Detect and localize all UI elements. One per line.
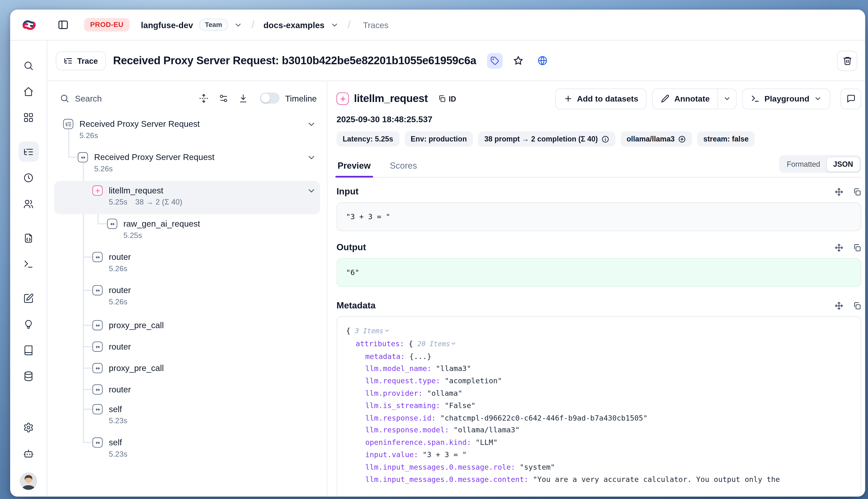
tree-search-input[interactable] [75,93,131,103]
span-icon [93,404,102,414]
chevron-down-icon[interactable] [307,186,316,196]
input-section-header: Input [337,186,861,197]
organization-name[interactable]: langfuse-dev [141,20,193,29]
rail-item-prompts[interactable] [18,228,38,248]
info-icon[interactable] [601,135,609,143]
tree-node-litellm-request-selected[interactable]: litellm_request 5.25s38 → 2 (Σ 40) [54,181,320,214]
json-line[interactable]: attributes: { 20 Items [346,338,852,350]
timeline-label: Timeline [285,93,317,103]
project-name[interactable]: docs-examples [264,20,325,29]
bookmark-button[interactable] [510,52,527,69]
tab-scores[interactable]: Scores [389,157,418,177]
playground-button[interactable]: Playground [743,88,830,109]
download-button[interactable] [235,90,252,107]
tree-node-title: Received Proxy Server Request [94,151,302,163]
rail-item-support[interactable] [18,443,38,463]
tree-node-title: proxy_pre_call [109,319,320,331]
observation-timestamp: 2025-09-30 18:48:25.537 [337,114,861,124]
rail-item-home[interactable] [18,81,38,101]
rail-item-playground[interactable] [18,254,38,274]
json-line[interactable]: { 3 Items [346,325,852,337]
tree-node-title: self [109,437,320,448]
tree-search [60,93,193,103]
json-line[interactable]: metadata: {...} [346,350,852,363]
model-badge[interactable]: ollama/llama3 [621,131,692,147]
json-line: llm.model_name: "llama3" [346,363,852,375]
rail-item-datasets[interactable] [18,366,38,386]
chevron-down-icon[interactable] [307,120,316,129]
input-value-box: "3 + 3 = " [337,202,861,231]
tree-node-router[interactable]: router [54,378,320,400]
breadcrumb-separator: / [347,19,351,31]
move-icon[interactable] [835,301,843,310]
rail-item-evaluation[interactable] [18,288,38,308]
tree-settings-button[interactable] [215,90,232,107]
span-icon [93,320,102,330]
user-avatar[interactable] [20,472,37,490]
breadcrumb-traces-link[interactable]: Traces [363,20,389,29]
format-option-formatted[interactable]: Formatted [780,157,826,171]
move-icon[interactable] [835,187,843,196]
tree-node-title: router [109,341,320,352]
rail-item-tracing[interactable] [18,142,38,162]
copy-icon[interactable] [853,301,861,310]
tree-node-span[interactable]: Received Proxy Server Request 5.26s [54,148,320,181]
tree-node-self[interactable]: self 5.23s [54,433,320,466]
chevron-down-icon[interactable] [307,153,316,162]
tree-node-router[interactable]: router 5.26s [54,247,320,281]
expand-collapse-all-button[interactable] [196,90,212,107]
rail-item-annotation[interactable] [18,340,38,360]
timeline-toggle[interactable] [260,93,280,104]
span-icon [78,152,88,162]
tags-button[interactable] [487,53,503,69]
move-icon[interactable] [835,243,843,252]
rail-item-insights[interactable] [18,314,38,334]
copy-icon[interactable] [853,187,861,196]
search-icon [60,93,69,103]
tree-node-router[interactable]: router [54,336,320,357]
rail-item-sessions[interactable] [18,168,38,188]
tree-node-proxy-pre-call[interactable]: proxy_pre_call [54,314,320,336]
format-option-json[interactable]: JSON [827,156,860,172]
add-to-datasets-button[interactable]: Add to datasets [555,88,647,109]
annotate-dropdown-button[interactable] [718,88,737,109]
detail-header: litellm_request ID Add to datasets [337,87,861,110]
gear-icon [23,422,34,433]
chevron-down-icon[interactable] [451,340,457,347]
sidebar-toggle-button[interactable] [56,17,71,32]
comments-button[interactable] [840,88,861,109]
stage: PROD-EU langfuse-dev Team / docs-example… [0,0,868,499]
tab-preview[interactable]: Preview [337,157,372,177]
chevron-down-icon[interactable] [384,327,390,334]
json-line: llm.response.id: "chatcmpl-d96622c0-c642… [346,412,852,424]
delete-trace-button[interactable] [837,50,857,71]
copy-id-button[interactable]: ID [438,94,456,103]
copy-icon[interactable] [853,243,861,252]
chevron-down-icon[interactable] [234,21,242,29]
trace-type-badge: Trace [56,51,106,70]
rail-item-dashboards[interactable] [18,107,38,127]
trace-tree-icon [63,119,73,129]
tree-node-self[interactable]: self 5.23s [54,400,320,433]
tree-node-duration: 5.23s [109,415,320,427]
tree-node-raw-gen-ai-request[interactable]: raw_gen_ai_request 5.25s [54,214,320,247]
chevron-down-icon [723,95,731,103]
tree-node-duration: 5.26s [94,163,302,175]
public-share-button[interactable] [534,52,551,69]
tree-toolbar: Timeline [54,88,320,108]
annotate-button-group: Annotate [652,88,737,109]
token-usage-badge: 38 prompt → 2 completion (Σ 40) [478,131,615,147]
tree-node-proxy-pre-call[interactable]: proxy_pre_call [54,357,320,378]
detail-scroll-area[interactable]: Input "3 + 3 = " Output [337,178,861,497]
star-icon [513,55,524,66]
chevron-down-icon[interactable] [330,21,339,29]
observation-badges: Latency: 5.25s Env: production 38 prompt… [337,131,861,147]
rail-item-search[interactable] [18,55,38,75]
annotate-button[interactable]: Annotate [652,88,718,109]
rail-item-users[interactable] [18,193,38,214]
rail-item-settings[interactable] [18,417,38,437]
metadata-section-header: Metadata [337,301,861,311]
tree-node-duration: 5.26s [109,263,320,275]
tree-node-router[interactable]: router 5.26s [54,281,320,314]
tree-node-trace-root[interactable]: Received Proxy Server Request 5.26s [54,114,320,148]
